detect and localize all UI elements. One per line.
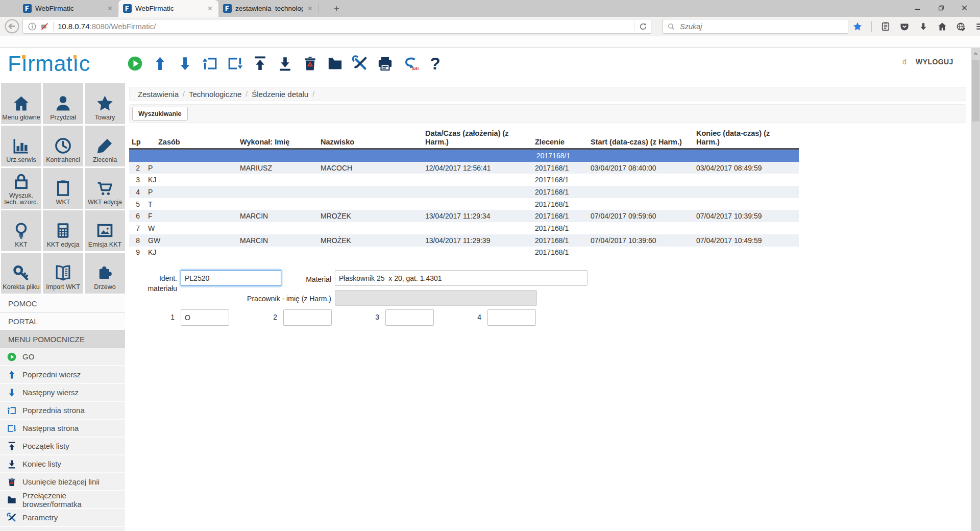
close-button[interactable] — [952, 0, 976, 15]
sidebar-item-następny-wiersz[interactable]: Następny wiersz — [0, 384, 125, 402]
hamburger-icon[interactable] — [975, 21, 980, 32]
table-row-6[interactable]: 6FMARCINMROŻEK13/04/2017 11:29:342017168… — [129, 210, 799, 222]
material-input[interactable] — [335, 270, 587, 286]
tab-close-button[interactable] — [106, 5, 114, 12]
sidebar-tile-korekta-pliku[interactable]: Korekta pliku — [1, 253, 41, 294]
sidebar-item-następna-strona[interactable]: Następna strona — [0, 420, 125, 438]
sidebar-tile-emisja-kkt[interactable]: Emisja KKT — [85, 210, 125, 251]
clipboard-list-icon[interactable] — [880, 21, 891, 32]
sidebar-item-poprzedni-wiersz[interactable]: Poprzedni wiersz — [0, 366, 125, 384]
browser-tab-2[interactable]: WebFirmatic — [118, 0, 218, 17]
print-button[interactable] — [376, 54, 394, 73]
sidebar-tile-wkt[interactable]: WKT — [43, 168, 83, 209]
pocket-icon[interactable] — [899, 21, 910, 32]
sidebar-item-menu-pomocnicze[interactable]: MENU POMOCNICZE — [0, 330, 125, 348]
reload-icon[interactable] — [639, 22, 648, 31]
download-arrow-icon[interactable] — [918, 21, 928, 32]
globe-edit-icon[interactable] — [956, 21, 966, 32]
ident-material-input[interactable] — [181, 270, 281, 286]
table-row-8[interactable]: 8GWMARCINMROŻEK13/04/2017 11:29:39201716… — [129, 234, 799, 247]
site-info-icon[interactable] — [28, 22, 37, 31]
breadcrumb-item-zestawienia[interactable]: Zestawienia — [138, 90, 179, 99]
sidebar-item-parametry[interactable]: Parametry — [0, 509, 125, 527]
scroll-up-icon[interactable] — [972, 51, 979, 57]
sidebar-tile-wkt-edycja[interactable]: WKT edycja — [85, 168, 125, 209]
search-input[interactable] — [679, 22, 844, 31]
sidebar-tile-zlecenia[interactable]: Zlecenia — [85, 126, 125, 166]
table-row-5[interactable]: 5T2017168/1 — [129, 198, 799, 210]
field-4-input[interactable] — [487, 309, 536, 326]
field-3-input[interactable] — [385, 309, 434, 326]
cell: 6 — [129, 212, 148, 220]
list-start-button[interactable] — [251, 54, 269, 73]
field-1-input[interactable] — [181, 309, 229, 326]
search-bar[interactable] — [663, 19, 848, 34]
sidebar-tile-urz-serwis[interactable]: Urz.serwis — [1, 126, 41, 166]
sidebar-item-pomoc[interactable]: POMOC — [0, 295, 125, 312]
logout-button[interactable]: WYLOGUJ — [916, 58, 953, 66]
breadcrumb-item-śledzenie-detalu[interactable]: Śledzenie detalu — [252, 90, 308, 99]
clipboard-list-icon — [880, 21, 891, 32]
next-row-button[interactable] — [176, 54, 194, 73]
new-tab-icon — [333, 5, 340, 12]
sidebar-tile-kontrahenci[interactable]: Kontrahenci — [43, 126, 83, 166]
sidebar-item-początek-listy[interactable]: Początek listy — [0, 438, 125, 455]
firmatic-logo[interactable]: Fırmatıc — [8, 51, 90, 76]
sidebar-item-partial[interactable] — [0, 527, 125, 531]
sidebar-tile-towary[interactable]: Towary — [85, 83, 125, 124]
escape-button[interactable]: Esc — [401, 54, 419, 73]
new-tab-button[interactable] — [330, 2, 343, 15]
url-bar[interactable]: 10.8.0.74:8080/WebFirmatic/ — [22, 19, 651, 34]
browser-form-toggle-button[interactable] — [326, 54, 344, 73]
back-button[interactable] — [4, 18, 20, 34]
sidebar-item-przełączenie-browser-formatka[interactable]: Przełączenie browser/formatka — [0, 491, 125, 509]
breadcrumb-item-technologiczne[interactable]: Technologiczne — [189, 90, 241, 99]
delete-current-line-button[interactable] — [301, 54, 319, 73]
list-end-button[interactable] — [276, 54, 294, 73]
tab-close-button[interactable] — [206, 5, 214, 12]
minimize-button[interactable] — [905, 0, 929, 15]
column-header-zasób: Zasób — [148, 138, 240, 147]
sidebar-tile-kkt[interactable]: KKT — [1, 210, 41, 251]
table-row-7[interactable]: 7W2017168/1 — [129, 222, 799, 234]
cell: 2017168/1 — [535, 176, 591, 184]
field-2-input[interactable] — [283, 309, 332, 326]
sidebar-tile-kkt-edycja[interactable]: KKT edycja — [43, 210, 83, 251]
sidebar-item-usunięcie-bieżącej-linii[interactable]: Usunięcie bieżącej linii — [0, 473, 125, 491]
sidebar-item-poprzednia-strona[interactable]: Poprzednia strona — [0, 402, 125, 420]
plugin-blocked-icon[interactable] — [40, 22, 49, 31]
table-row-2[interactable]: 2PMARIUSZMACOCH12/04/2017 12:56:41201716… — [129, 162, 799, 174]
sidebar-tile-menu-główne[interactable]: Menu główne — [1, 83, 41, 124]
pracownik-input[interactable] — [335, 290, 537, 306]
browser-tab-1[interactable]: WebFirmatic — [18, 0, 118, 17]
sidebar-item-go[interactable]: GO — [0, 348, 125, 366]
sidebar-tile-import-wkt[interactable]: Import WKT — [43, 253, 83, 294]
previous-row-button[interactable] — [151, 54, 169, 73]
next-page-button[interactable] — [226, 54, 244, 73]
previous-page-button[interactable] — [201, 54, 219, 73]
parameters-button[interactable] — [351, 54, 369, 73]
page-scrollbar[interactable] — [971, 48, 980, 531]
tab-close-button[interactable] — [306, 5, 314, 12]
help-button[interactable]: ? — [426, 54, 444, 73]
restore-button[interactable] — [929, 0, 952, 15]
sidebar-tile-drzewo[interactable]: Drzewo — [85, 253, 125, 294]
table-row-9[interactable]: 9KJ2017168/1 — [129, 247, 799, 259]
sidebar-tile-przydział[interactable]: Przydział — [43, 83, 83, 124]
browser-tab-3[interactable]: zestawienia_technologicz... — [218, 0, 318, 17]
cell: 8 — [129, 236, 148, 245]
bookmark-star-icon[interactable] — [852, 21, 863, 32]
sidebar-item-koniec-listy[interactable]: Koniec listy — [0, 455, 125, 473]
table-row-1[interactable]: 12017168/1 — [129, 150, 799, 162]
table-row-3[interactable]: 3KJ2017168/1 — [129, 174, 799, 186]
home-icon[interactable] — [937, 21, 947, 32]
sidebar-item-portal[interactable]: PORTAL — [0, 312, 125, 330]
sidebar-tile-wyszuk-tech-wzorc[interactable]: Wyszuk. tech. wzorc. — [1, 168, 41, 209]
table-row-4[interactable]: 4P2017168/1 — [129, 186, 799, 198]
tile-label: Drzewo — [94, 284, 115, 291]
scrollbar-thumb[interactable] — [972, 60, 979, 122]
restore-icon — [937, 4, 945, 12]
search-button[interactable]: Wyszukiwanie — [132, 107, 188, 120]
list-bottom-icon — [277, 55, 293, 72]
go-button[interactable] — [126, 54, 144, 73]
